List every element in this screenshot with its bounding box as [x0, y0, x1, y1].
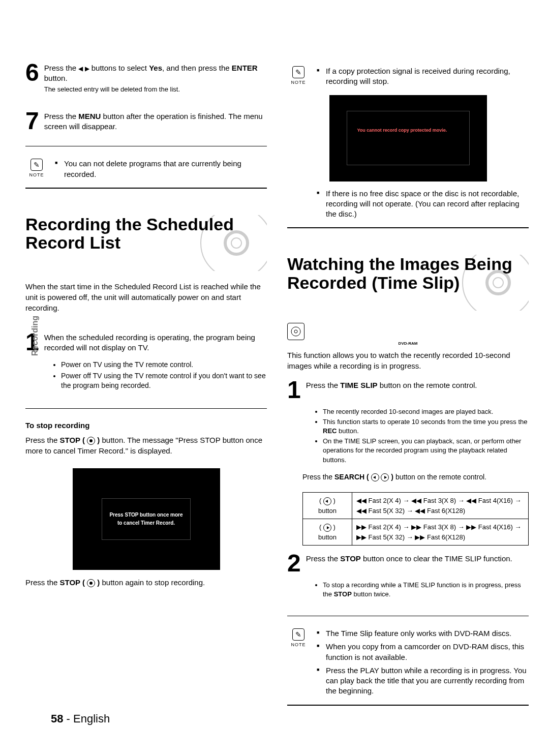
note-icon: ✎ — [30, 159, 43, 171]
divider — [25, 188, 267, 189]
sub-heading: To stop recording — [25, 421, 267, 430]
right-column: ✎ NOTE If a copy protection signal is re… — [287, 61, 529, 712]
note-block: ✎ NOTE You can not delete programs that … — [25, 159, 267, 183]
stop-icon — [87, 579, 95, 587]
bullet: To stop a recording while a TIME SLIP fu… — [323, 581, 529, 599]
tv-screen-mock: You cannot record copy protected movie. — [329, 95, 487, 182]
table-cell: ▶▶ Fast 2(X 4) → ▶▶ Fast 3(X 8) → ▶▶ Fas… — [352, 519, 529, 546]
table-cell: ◀◀ Fast 2(X 4) → ◀◀ Fast 3(X 8) → ◀◀ Fas… — [352, 493, 529, 519]
t: , and then press the — [162, 64, 232, 72]
intro-paragraph: This function allows you to watch the re… — [287, 350, 529, 371]
step-2-right: 2 Press the STOP button once to clear th… — [287, 552, 529, 573]
divider — [25, 408, 267, 409]
note-label: NOTE — [291, 642, 306, 647]
step-number: 2 — [287, 554, 301, 573]
t: button. — [44, 74, 68, 82]
forward-icon — [323, 524, 331, 532]
note-icon: ✎ — [292, 66, 304, 78]
divider — [287, 705, 529, 706]
divider — [287, 227, 529, 228]
note-block: ✎ NOTE If a copy protection signal is re… — [287, 66, 529, 90]
divider — [287, 616, 529, 616]
screen-text: You cannot record copy protected movie. — [357, 127, 459, 134]
note-label: NOTE — [29, 172, 44, 177]
page-lang: - English — [63, 712, 110, 725]
note-item: The Time Slip feature only works with DV… — [317, 628, 529, 639]
t: Yes — [149, 64, 162, 72]
t: MENU — [78, 112, 101, 120]
bullet: The recently recorded 10-second images a… — [323, 407, 529, 416]
ram-icon — [287, 323, 304, 340]
forward-icon — [381, 473, 389, 481]
note-item: If there is no free disc space or the di… — [317, 189, 529, 220]
screen-text: to cancel Timer Record. — [109, 519, 182, 527]
bullet: Power off TV using the TV remote control… — [61, 371, 267, 391]
step-number: 6 — [25, 63, 39, 82]
section-side-label: Recording — [30, 316, 40, 356]
t: ENTER — [232, 64, 258, 72]
note-item: Press the PLAY button while a recording … — [317, 666, 529, 697]
table-cell: ( )button — [303, 519, 352, 546]
paragraph: Press the STOP ( ) button again to stop … — [25, 577, 267, 588]
tv-screen-mock: Press STOP button once more to cancel Ti… — [73, 468, 220, 570]
svg-point-6 — [291, 327, 300, 336]
section-heading: Recording the Scheduled Record List — [25, 215, 267, 271]
t: Press the — [44, 112, 79, 120]
bullet: On the TIME SLIP screen, you can playbac… — [323, 437, 529, 465]
note-block: ✎ NOTE The Time Slip feature only works … — [287, 628, 529, 700]
step-number: 1 — [287, 380, 301, 400]
page-number: 58 — [51, 712, 63, 725]
step-number: 7 — [25, 111, 39, 131]
note-label: NOTE — [291, 80, 306, 85]
t: buttons to select — [89, 64, 149, 72]
left-column: 6 Press the ◀ ▶ buttons to select Yes, a… — [25, 61, 267, 712]
bullet: This function starts to operate 10 secon… — [323, 417, 529, 436]
intro-paragraph: When the start time in the Scheduled Rec… — [25, 281, 267, 313]
note-item: When you copy from a camcorder on DVD-RA… — [317, 642, 529, 662]
step-6: 6 Press the ◀ ▶ buttons to select Yes, a… — [25, 61, 267, 94]
rewind-icon — [323, 497, 331, 505]
screen-text: Press STOP button once more — [109, 511, 182, 519]
dvd-ram-badge: DVD-RAM — [287, 323, 529, 346]
stop-icon — [87, 437, 95, 445]
ram-label: DVD-RAM — [287, 341, 529, 346]
manual-page: Recording 6 Press the ◀ ▶ buttons to sel… — [0, 0, 549, 756]
rewind-icon — [371, 473, 379, 481]
step-1-left: 1 When the scheduled recording is operat… — [25, 330, 267, 353]
heading-text: Watching the Images Being Recorded (Time… — [287, 255, 529, 292]
heading-text: Recording the Scheduled Record List — [25, 215, 267, 252]
t: When the scheduled recording is operatin… — [44, 330, 267, 353]
t: Press the — [44, 64, 79, 72]
page-footer: 58 - English — [51, 712, 110, 725]
note-item: You can not delete programs that are cur… — [55, 159, 267, 179]
note-icon: ✎ — [292, 628, 304, 641]
section-heading: Watching the Images Being Recorded (Time… — [287, 255, 529, 311]
bullet-list: To stop a recording while a TIME SLIP fu… — [302, 581, 529, 600]
note-item: If a copy protection signal is received … — [317, 66, 529, 87]
bullet-list: Power on TV using the TV remote control.… — [41, 360, 267, 392]
divider — [25, 146, 267, 146]
paragraph: Press the STOP ( ) button. The message "… — [25, 435, 267, 456]
step-1-right: 1 Press the TIME SLIP button on the remo… — [287, 378, 529, 400]
search-speed-table: ( )button ◀◀ Fast 2(X 4) → ◀◀ Fast 3(X 8… — [302, 492, 529, 546]
table-cell: ( )button — [303, 493, 352, 519]
bullet-list: The recently recorded 10-second images a… — [302, 407, 529, 466]
svg-point-7 — [294, 330, 297, 333]
t: The selected entry will be deleted from … — [44, 85, 180, 93]
left-right-arrow-icon: ◀ ▶ — [78, 65, 89, 72]
paragraph: Press the SEARCH ( ) button on the remot… — [302, 472, 529, 482]
bullet: Power on TV using the TV remote control. — [61, 360, 267, 370]
step-7: 7 Press the MENU button after the operat… — [25, 109, 267, 132]
